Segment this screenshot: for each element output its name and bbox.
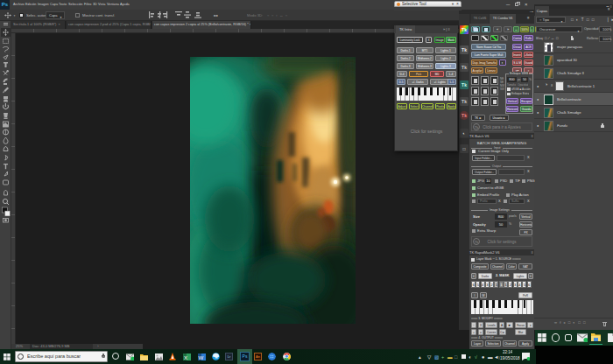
svg-text:W: W: [199, 355, 204, 360]
svg-text:X: X: [184, 355, 187, 360]
